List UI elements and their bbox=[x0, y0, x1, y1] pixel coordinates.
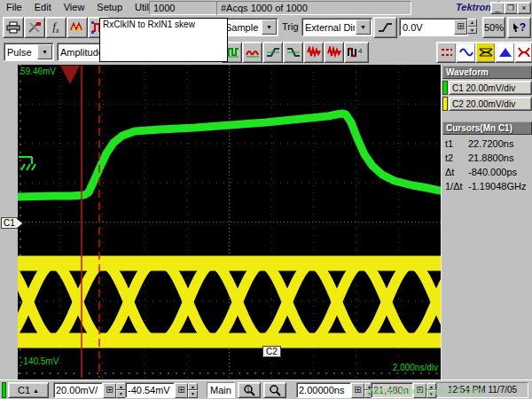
keypad-icon[interactable]: ⊞ bbox=[413, 383, 426, 398]
top-voltage-label: 59.46mV bbox=[20, 66, 56, 76]
c1-scale-button[interactable]: C1 20.00mV/div bbox=[449, 81, 532, 95]
c1-scale-row: C1 20.00mV/div bbox=[442, 81, 532, 95]
vertical-position-input[interactable]: -40.54mV ⊞ ▲▼ bbox=[125, 382, 198, 398]
c2-scale-row: C2 20.00mV/div bbox=[442, 97, 532, 111]
rise-time-icon[interactable] bbox=[262, 42, 283, 63]
inv-dt-label: 1/Δt bbox=[445, 181, 468, 192]
cursors-block: Cursors(Mn C1) t1 22.7200ns t2 21.8800ns… bbox=[442, 121, 532, 193]
resolution-value: 21,480n bbox=[371, 382, 413, 398]
fx-icon[interactable]: fx bbox=[45, 17, 66, 38]
svg-text:4: 4 bbox=[358, 47, 363, 55]
chevron-up-icon: ▲ bbox=[33, 387, 39, 394]
c1-marker-label: C1 bbox=[1, 217, 18, 229]
c1-channel-marker[interactable]: C1 bbox=[1, 217, 27, 229]
waveform-plot bbox=[18, 65, 441, 379]
vertical-position-spinner[interactable]: ▲▼ bbox=[188, 383, 198, 398]
trig-label: Trig bbox=[282, 21, 299, 32]
trigger-level-input[interactable]: 0.0V ⊞ bbox=[399, 18, 468, 36]
minimize-button[interactable]: _ bbox=[490, 2, 505, 14]
horizontal-vertical-bar: C1 ▲ 20.00mV/ ⊞ ▲▼ -40.54mV ⊞ ▲▼ Main 1 … bbox=[0, 379, 532, 399]
chevron-down-icon[interactable]: ▼ bbox=[356, 20, 371, 35]
measure-class-select[interactable]: Pulse ▼ bbox=[4, 43, 54, 61]
jitter-icon[interactable]: 4 bbox=[344, 42, 369, 63]
cursors-panel-header: Cursors(Mn C1) bbox=[442, 121, 532, 135]
keypad-icon[interactable]: ⊞ bbox=[175, 383, 188, 398]
acquisition-mode-select[interactable]: Sample ▼ bbox=[222, 18, 278, 36]
resolution-input[interactable]: 21,480n ⊞ ▲▼ bbox=[371, 382, 436, 398]
t2-label: t2 bbox=[445, 153, 468, 163]
readout-panel: Waveform C1 20.00mV/div C2 20.00mV/div C… bbox=[441, 65, 532, 379]
dt-label: Δt bbox=[445, 167, 468, 177]
tooltip-text: RxClkIN to RxIN1 skew bbox=[103, 20, 195, 29]
display-area: C1 59.46mV -140.5mV 2.000ns/div C2 Wavef… bbox=[0, 65, 532, 379]
datetime-readout: 12:54 PM 11/7/05 bbox=[436, 382, 528, 398]
trigger-source-value: External Direct bbox=[302, 22, 355, 33]
waveform-icon[interactable] bbox=[66, 17, 88, 38]
readout-row-dt: Δt -840.000ps bbox=[442, 165, 532, 179]
timebase-label: 2.000ns/div bbox=[393, 363, 438, 372]
help-pointer-button[interactable]: ? bbox=[507, 17, 531, 38]
measurement-toolbar: Pulse ▼ Amplitude 4 bbox=[0, 40, 532, 66]
histogram-icon[interactable] bbox=[495, 42, 515, 63]
svg-text:1: 1 bbox=[246, 387, 250, 393]
horizontal-scale-value: 2.00000ns bbox=[296, 382, 351, 398]
c1-bottom-swatch bbox=[2, 382, 6, 398]
close-button[interactable]: × bbox=[517, 2, 531, 14]
acquisition-toolbar: fx Sample ▼ Trig External Direct ▼ 0.0V … bbox=[0, 15, 532, 41]
rising-edge-icon[interactable] bbox=[373, 17, 397, 38]
vertical-scale-value: 20.00mV/ bbox=[53, 382, 103, 398]
measurement-tooltip: RxClkIN to RxIN1 skew bbox=[99, 18, 228, 62]
t2-value: 21.8800ns bbox=[468, 153, 531, 163]
main-timebase-button[interactable]: Main bbox=[207, 382, 235, 398]
t1-value: 22.7200ns bbox=[468, 138, 531, 149]
horizontal-scale-input[interactable]: 2.00000ns ⊞ ▲▼ bbox=[296, 382, 374, 398]
cursors-icon[interactable] bbox=[436, 42, 457, 63]
trigger-source-select[interactable]: External Direct ▼ bbox=[301, 18, 372, 36]
c1-color-swatch bbox=[442, 81, 448, 95]
measure-class-value: Pulse bbox=[4, 47, 36, 58]
vertical-position-value: -40.54mV bbox=[125, 382, 175, 398]
c2-scale-button[interactable]: C2 20.00mV/div bbox=[449, 97, 532, 111]
resolution-spinner[interactable]: ▲▼ bbox=[426, 383, 436, 398]
channel-select-label: C1 bbox=[18, 385, 30, 395]
keypad-icon[interactable]: ⊞ bbox=[103, 383, 116, 398]
trigger-level-value: 0.0V bbox=[400, 22, 454, 33]
tools-icon[interactable] bbox=[24, 17, 45, 38]
acquisition-count-readout: #Acqs 1000 of 1000 bbox=[216, 1, 411, 15]
set-50-button[interactable]: 50% bbox=[482, 17, 505, 38]
graticule[interactable]: 59.46mV -140.5mV 2.000ns/div C2 bbox=[18, 65, 441, 379]
burst-icon[interactable] bbox=[303, 42, 324, 63]
burst2-icon[interactable] bbox=[324, 42, 344, 63]
inv-dt-value: -1.19048GHz bbox=[468, 181, 531, 192]
readout-row-t2: t2 21.8800ns bbox=[442, 151, 532, 165]
double-arc-icon[interactable] bbox=[242, 42, 262, 63]
zoom-2-icon[interactable] bbox=[263, 382, 286, 398]
t1-label: t1 bbox=[445, 138, 468, 149]
sine-icon[interactable] bbox=[456, 42, 476, 63]
menu-bar: File Edit View Setup Utilities Help 1000… bbox=[0, 0, 532, 16]
c2-channel-tag[interactable]: C2 bbox=[262, 346, 281, 357]
keypad-icon[interactable]: ⊞ bbox=[454, 20, 467, 35]
restore-button[interactable]: ❐ bbox=[504, 2, 518, 14]
trigger-level-spinner[interactable]: ▲▼ bbox=[467, 19, 477, 34]
vertical-scale-input[interactable]: 20.00mV/ ⊞ ▲▼ bbox=[53, 382, 126, 398]
c2-color-swatch bbox=[442, 97, 448, 111]
chevron-down-icon[interactable]: ▼ bbox=[37, 44, 52, 59]
menu-view[interactable]: View bbox=[58, 0, 91, 15]
print-icon[interactable] bbox=[3, 17, 24, 38]
mask-icon[interactable] bbox=[514, 42, 532, 63]
channel-select-button[interactable]: C1 ▲ bbox=[8, 382, 49, 398]
acquisition-mode-value: Sample bbox=[223, 22, 261, 33]
menu-setup[interactable]: Setup bbox=[90, 0, 129, 15]
menu-edit[interactable]: Edit bbox=[28, 0, 58, 15]
menu-file[interactable]: File bbox=[0, 0, 28, 15]
keypad-icon[interactable]: ⊞ bbox=[351, 383, 364, 398]
eye-diagram-icon[interactable] bbox=[475, 42, 496, 63]
waveform-count-readout: 1000 Waveforms bbox=[149, 1, 222, 15]
chevron-down-icon[interactable]: ▼ bbox=[262, 20, 277, 35]
fall-time-icon[interactable] bbox=[283, 42, 303, 63]
bottom-voltage-label: -140.5mV bbox=[20, 356, 59, 366]
zoom-1-icon[interactable]: 1 bbox=[238, 382, 261, 398]
readout-row-inv-dt: 1/Δt -1.19048GHz bbox=[442, 179, 532, 193]
readout-row-t1: t1 22.7200ns bbox=[442, 137, 532, 151]
